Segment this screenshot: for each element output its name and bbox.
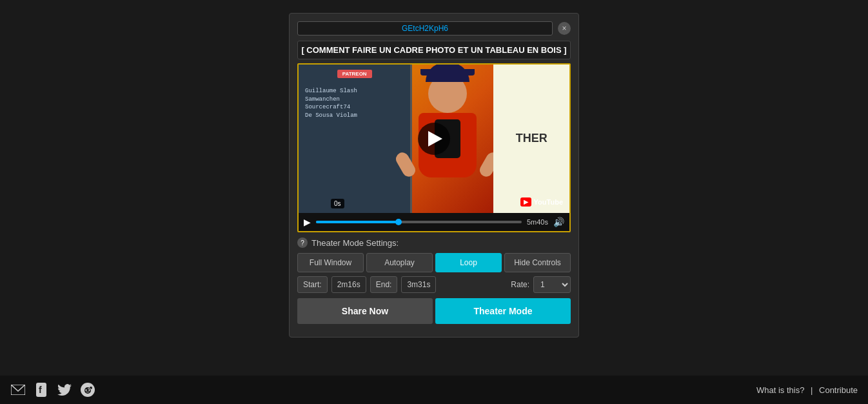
share-now-button[interactable]: Share Now <box>297 298 433 324</box>
video-controls: 0s ▶ 5m40s 🔊 <box>299 213 569 231</box>
person-head <box>428 74 467 113</box>
progress-bar[interactable] <box>316 221 522 223</box>
chalkboard-text: Guillaume SlashSamwanchenSourcecraft74De… <box>305 87 357 119</box>
what-is-this-link[interactable]: What is this? <box>756 385 804 395</box>
twitter-icon[interactable] <box>57 382 72 398</box>
loop-button[interactable]: Loop <box>435 253 502 272</box>
play-control-button[interactable]: ▶ <box>304 217 311 227</box>
full-window-button[interactable]: Full Window <box>297 253 364 272</box>
start-label: Start: <box>297 276 328 293</box>
time-input-row: Start: 2m16s End: 3m31s Rate: 0.5 0.75 1… <box>297 276 571 293</box>
rate-label: Rate: <box>511 280 529 289</box>
youtube-watermark: ▶ YouTube <box>520 197 563 207</box>
settings-area: ? Theater Mode Settings: Full Window Aut… <box>297 232 571 329</box>
end-label: End: <box>370 276 398 293</box>
progress-handle[interactable] <box>395 219 402 225</box>
svg-text:f: f <box>39 385 42 395</box>
patreon-badge: PATREON <box>337 70 372 78</box>
mode-buttons-row: Full Window Autoplay Loop Hide Controls <box>297 253 571 272</box>
youtube-text: YouTube <box>534 198 563 206</box>
play-button[interactable] <box>418 123 450 155</box>
footer: f What is this? | Contribute <box>0 376 868 404</box>
video-container: PATREON Guillaume SlashSamwanchenSourcec… <box>297 63 571 232</box>
footer-links: What is this? | Contribute <box>756 385 858 395</box>
close-button[interactable]: × <box>558 22 571 35</box>
time-tooltip: 0s <box>331 199 344 208</box>
sign-right: THER <box>493 65 569 213</box>
time-display: 5m40s <box>527 218 548 226</box>
volume-icon[interactable]: 🔊 <box>553 217 564 227</box>
theater-mode-button[interactable]: Theater Mode <box>435 298 571 324</box>
widget-panel: GEtcH2KpH6 × [ COMMENT FAIRE UN CADRE PH… <box>289 13 579 338</box>
video-title: [ COMMENT FAIRE UN CADRE PHOTO ET UN TAB… <box>297 41 571 59</box>
progress-fill <box>316 221 399 223</box>
reddit-icon[interactable] <box>80 382 95 398</box>
help-icon[interactable]: ? <box>297 237 308 248</box>
person-cap-brim <box>420 69 475 76</box>
email-icon[interactable] <box>10 382 26 398</box>
autoplay-button[interactable]: Autoplay <box>366 253 433 272</box>
rate-select[interactable]: 0.5 0.75 1 1.25 1.5 2 <box>533 276 571 293</box>
url-bar: GEtcH2KpH6 <box>297 21 553 35</box>
sign-text: THER <box>516 132 547 146</box>
svg-point-5 <box>85 389 86 390</box>
social-icons: f <box>10 382 95 398</box>
hide-controls-button[interactable]: Hide Controls <box>504 253 571 272</box>
hand-left <box>393 150 417 179</box>
action-buttons-row: Share Now Theater Mode <box>297 298 571 324</box>
contribute-link[interactable]: Contribute <box>819 385 858 395</box>
video-thumbnail: PATREON Guillaume SlashSamwanchenSourcec… <box>299 65 569 213</box>
svg-point-6 <box>88 389 90 390</box>
settings-title-text: Theater Mode Settings: <box>311 238 399 248</box>
play-triangle-icon <box>428 131 442 146</box>
top-bar: GEtcH2KpH6 × <box>297 21 571 35</box>
facebook-icon[interactable]: f <box>34 382 49 398</box>
footer-separator: | <box>811 385 813 395</box>
youtube-logo: ▶ <box>520 197 531 207</box>
settings-title: ? Theater Mode Settings: <box>297 237 571 248</box>
start-value[interactable]: 2m16s <box>331 276 366 293</box>
end-value[interactable]: 3m31s <box>401 276 436 293</box>
person-cap <box>426 65 469 82</box>
